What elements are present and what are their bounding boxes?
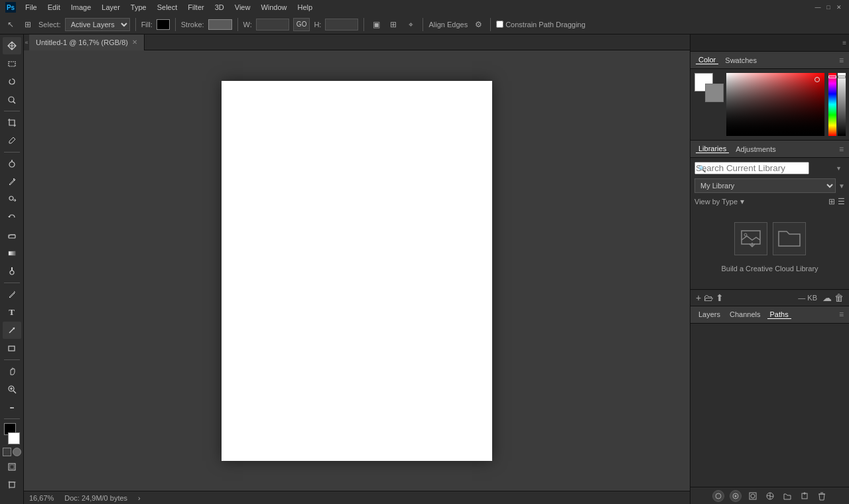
layer-style-btn[interactable]	[730, 490, 742, 502]
svg-rect-0	[9, 62, 15, 66]
lasso-tool[interactable]	[3, 73, 21, 90]
add-library-item-btn[interactable]: +	[696, 292, 701, 303]
grid-view-icon[interactable]: ⊞	[828, 197, 835, 206]
go-button[interactable]: GO	[293, 18, 310, 31]
select-dropdown[interactable]: Active Layers All Layers Current Layer	[65, 18, 130, 31]
maximize-button[interactable]: □	[824, 3, 833, 12]
new-group-btn[interactable]	[781, 490, 793, 502]
zoom-tool[interactable]	[3, 381, 21, 398]
list-view-icon[interactable]: ☰	[838, 197, 845, 206]
new-layer-btn[interactable]	[799, 490, 811, 502]
search-dropdown-arrow[interactable]: ▼	[836, 165, 842, 172]
transform2-icon[interactable]: ⌖	[404, 18, 417, 31]
document-tab[interactable]: Untitled-1 @ 16,7% (RGB/8) ✕	[29, 34, 145, 50]
menu-file[interactable]: File	[21, 2, 41, 13]
quick-mask-btn[interactable]	[13, 448, 21, 456]
minimize-button[interactable]: —	[813, 3, 822, 12]
status-bar: 16,67% Doc: 24,9M/0 bytes ›	[24, 491, 690, 504]
opacity-spectrum[interactable]	[838, 73, 846, 136]
standard-mode-btn[interactable]	[3, 448, 11, 456]
color-tab[interactable]: Color	[696, 56, 718, 64]
color-gradient[interactable]	[726, 73, 824, 136]
artboard-tool[interactable]	[3, 476, 21, 493]
arrow-icon[interactable]: ›	[138, 494, 141, 502]
tab-close-btn[interactable]: ✕	[132, 38, 137, 46]
quick-select-tool[interactable]	[3, 91, 21, 108]
type-tool[interactable]: T	[3, 304, 21, 321]
shape-tool[interactable]	[3, 340, 21, 357]
eraser-tool[interactable]	[3, 227, 21, 244]
menu-view[interactable]: View	[231, 2, 255, 13]
align-edges-label: Align Edges	[428, 21, 468, 29]
layers-panel-options-btn[interactable]: ≡	[839, 310, 844, 319]
selection-mode-icon[interactable]: ▣	[369, 18, 383, 31]
brush-tool[interactable]	[3, 173, 21, 190]
align-icon[interactable]: ⊞	[387, 18, 400, 31]
import-btn[interactable]: ⬆	[716, 292, 724, 303]
stroke-color-box[interactable]	[208, 19, 232, 30]
link-layers-btn[interactable]	[712, 490, 724, 502]
library-search-input[interactable]	[694, 162, 809, 174]
svg-point-29	[751, 494, 755, 498]
menu-filter[interactable]: Filter	[184, 2, 208, 13]
delete-layer-btn[interactable]	[816, 490, 828, 502]
libraries-tab[interactable]: Libraries	[696, 145, 729, 153]
close-button[interactable]: ✕	[834, 3, 844, 12]
transform-icon: ⊞	[21, 18, 34, 31]
bg-swatch[interactable]	[705, 84, 724, 102]
width-input[interactable]	[256, 19, 289, 31]
background-color[interactable]	[8, 432, 20, 444]
canvas-wrapper[interactable]	[24, 50, 690, 491]
gear-icon[interactable]: ⚙	[472, 18, 485, 31]
right-panels: ≡ Color Swatches ≡	[690, 34, 849, 504]
libraries-panel-options-btn[interactable]: ≡	[839, 145, 844, 154]
layer-mask-btn[interactable]	[747, 490, 759, 502]
panel-options-btn[interactable]: ≡	[842, 39, 846, 46]
height-input[interactable]	[325, 19, 358, 31]
spot-heal-tool[interactable]	[3, 155, 21, 172]
menu-layer[interactable]: Layer	[98, 2, 124, 13]
menu-3d[interactable]: 3D	[211, 2, 228, 13]
menu-image[interactable]: Image	[67, 2, 96, 13]
history-brush-tool[interactable]	[3, 209, 21, 226]
menu-window[interactable]: Window	[257, 2, 291, 13]
menu-help[interactable]: Help	[294, 2, 317, 13]
channels-tab[interactable]: Channels	[727, 310, 763, 318]
crop-tool[interactable]	[3, 114, 21, 131]
more-tools[interactable]: •••	[3, 399, 21, 416]
menu-type[interactable]: Type	[127, 2, 151, 13]
tabs-collapse-btn[interactable]: «	[24, 34, 29, 50]
gradient-tool[interactable]	[3, 245, 21, 262]
color-spectrum[interactable]	[828, 73, 836, 136]
fill-color-box[interactable]	[157, 19, 170, 30]
constrain-path-checkbox[interactable]: Constrain Path Dragging	[496, 21, 585, 29]
title-bar-controls: — □ ✕	[813, 3, 844, 12]
menu-edit[interactable]: Edit	[44, 2, 64, 13]
path-select-tool[interactable]	[3, 322, 21, 339]
delete-library-item-btn[interactable]: 🗑	[834, 292, 844, 303]
pen-tool[interactable]	[3, 286, 21, 303]
paths-tab[interactable]: Paths	[767, 310, 791, 319]
constrain-checkbox-input[interactable]	[496, 21, 503, 28]
color-panel-options-btn[interactable]: ≡	[839, 56, 844, 65]
view-type-chevron-icon[interactable]: ▾	[740, 197, 744, 206]
new-folder-btn[interactable]: 🗁	[704, 292, 713, 303]
menu-select[interactable]: Select	[153, 2, 182, 13]
library-select[interactable]: My Library	[694, 178, 836, 193]
dodge-tool[interactable]	[3, 263, 21, 280]
hand-tool[interactable]	[3, 363, 21, 380]
eyedropper-tool[interactable]	[3, 132, 21, 149]
screen-mode-btn[interactable]	[3, 458, 21, 475]
move-tool[interactable]	[3, 37, 21, 54]
cloud-sync-icon[interactable]: ☁	[822, 292, 832, 303]
clone-tool[interactable]	[3, 191, 21, 208]
library-chevron-icon: ▼	[838, 182, 845, 190]
layers-tab[interactable]: Layers	[696, 310, 723, 318]
separator-1	[135, 18, 136, 31]
library-content: Build a Creative Cloud Library	[694, 212, 845, 285]
adjustment-layer-btn[interactable]	[764, 490, 776, 502]
search-wrapper: 🔍 ▼	[694, 162, 845, 174]
swatches-tab[interactable]: Swatches	[722, 56, 759, 64]
selection-tool[interactable]	[3, 55, 21, 72]
adjustments-tab[interactable]: Adjustments	[733, 145, 779, 153]
